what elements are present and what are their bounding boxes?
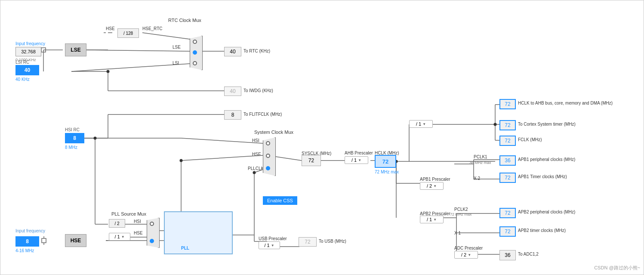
hse-div1-prescaler[interactable]: / 1 ▼ (109, 233, 130, 241)
iwdg-output-label: To IWDG (KHz) (243, 88, 273, 93)
adc-prescaler[interactable]: / 2 ▼ (454, 251, 478, 259)
iwdg-output-value: 40 (224, 87, 241, 96)
usb-output-value: 72 (299, 237, 317, 247)
usb-arrow-icon: ▼ (271, 244, 274, 247)
usb-line (0, 0, 644, 275)
svg-line-20 (181, 155, 263, 161)
hse-div1-arrow-icon: ▼ (121, 235, 125, 239)
svg-line-8 (71, 64, 190, 71)
svg-point-60 (180, 159, 183, 162)
flitf-output-value: 8 (224, 110, 241, 120)
apb2-value: / 1 (427, 217, 432, 222)
fclk-value: 72 (499, 136, 516, 146)
ahb-label: AHB Prescaler (345, 151, 373, 155)
clock-config-diagram: Input frequency 32.768 0-1000 KHz LSE LS… (0, 0, 644, 275)
sys-mux-title: System Clock Mux (254, 130, 293, 135)
hclk-ahb-value: 72 (499, 99, 516, 109)
fclk-label: FCLK (MHz) (518, 137, 542, 142)
svg-rect-66 (42, 238, 46, 243)
apb1-periph-value: 36 (499, 155, 516, 166)
apb2-arrow-icon: ▼ (433, 218, 437, 222)
apb2-periph-label: APB2 peripheral clocks (MHz) (518, 210, 575, 214)
usb-output-label: To USB (MHz) (319, 239, 346, 244)
svg-line-6 (142, 33, 190, 39)
lse-input-freq-label: Input frequency (15, 41, 45, 46)
apb1-prescaler[interactable]: / 2 ▼ (420, 182, 444, 190)
hse-block[interactable]: HSE (65, 234, 86, 247)
apb1-timer-label: APB1 Timer clocks (MHz) (518, 174, 567, 179)
lse-input-freq-value[interactable]: 32.768 (15, 47, 41, 56)
adc-label: ADC Prescaler (454, 246, 483, 250)
sys-mux[interactable] (263, 137, 276, 176)
pll-src-title: PLL Source Mux (111, 211, 146, 216)
svg-point-63 (494, 123, 497, 126)
pll-src-mux[interactable] (147, 218, 160, 248)
hsi-rc-value: 8 (65, 133, 84, 143)
flitf-output-label: To FLITFCLK (MHz) (243, 112, 282, 117)
lsi-rc-freq: 40 KHz (15, 77, 30, 82)
watermark: CSDN @路过的小熊~ (594, 265, 640, 271)
ahb-prescaler[interactable]: / 1 ▼ (345, 156, 368, 164)
apb1-label: APB1 Prescaler (420, 177, 450, 182)
svg-point-61 (253, 171, 256, 174)
apb1-timer-value: 72 (499, 173, 516, 183)
usb-label: USB Prescaler (259, 236, 287, 241)
pclk1-label: PCLK1 (474, 154, 487, 159)
pllclk-label: PLLCLK (248, 166, 264, 171)
apb1-x2-label: X 2 (474, 176, 480, 181)
apb1-value: / 2 (427, 183, 432, 188)
rtc-mux[interactable] (190, 36, 203, 70)
pll-block: 8 *PLLMul X 9 ▼ (164, 211, 233, 254)
svg-line-7 (86, 50, 190, 51)
svg-point-58 (107, 70, 110, 73)
hclk-value: 72 (375, 155, 396, 168)
hse-div1-value: / 1 (114, 234, 120, 239)
hsi-pll-label: HSI (134, 219, 141, 224)
hclk-ahb-label: HCLK to AHB bus, core, memory and DMA (M… (518, 101, 617, 105)
svg-line-24 (276, 157, 302, 161)
wiring-diagram (0, 0, 644, 275)
usb-prescaler[interactable]: / 1 ▼ (259, 241, 280, 249)
adc-value: / 2 (461, 252, 466, 257)
hsi-rc-label: HSI RC (65, 127, 80, 132)
rtc-mux-title: RTC Clock Mux (168, 18, 201, 23)
ahb-arrow-icon: ▼ (358, 158, 361, 162)
rtc-output-value: 40 (224, 47, 241, 56)
adc-output-value: 36 (499, 250, 516, 260)
apb2-prescaler[interactable]: / 1 ▼ (420, 216, 444, 223)
cortex-prescaler-value: / 1 (416, 121, 421, 127)
lse-block[interactable]: LSE (65, 43, 86, 56)
hsi-div2: / 2 (109, 219, 125, 228)
hse-div128: / 128 (117, 28, 139, 38)
pll-label: PLL (181, 246, 189, 250)
enable-css-button[interactable]: Enable CSS (263, 196, 297, 205)
hse-label-rtc: HSE (106, 26, 115, 31)
lse-mux-label: LSE (173, 45, 181, 49)
hse-sys-label: HSE (252, 152, 261, 157)
svg-line-17 (181, 138, 263, 143)
cortex-timer-value: 72 (499, 120, 516, 130)
ahb-value: / 1 (351, 158, 357, 163)
svg-rect-2 (41, 48, 46, 52)
apb1-periph-label: APB1 peripheral clocks (MHz) (518, 157, 575, 162)
pclk2-max: 72 MHz max (450, 212, 472, 216)
svg-point-57 (94, 137, 97, 140)
adc-output-label: To ADC1,2 (518, 252, 539, 256)
lsi-rc-label: LSI RC (15, 60, 29, 65)
cortex-prescaler[interactable]: / 1 ▼ (409, 120, 433, 128)
hse-input-freq-label: Input frequency (15, 229, 45, 233)
hse-input-freq-value[interactable]: 8 (15, 236, 39, 247)
apb1-arrow-icon: ▼ (433, 184, 437, 188)
apb2-timer-label: APB2 timer clocks (MHz) (518, 228, 566, 233)
rtc-output-label: To RTC (KHz) (243, 49, 270, 53)
cortex-timer-label: To Cortex System timer (MHz) (518, 122, 576, 127)
lsi-rc-value: 40 (15, 65, 39, 75)
adc-arrow-icon: ▼ (468, 253, 471, 257)
pclk2-label: PCLK2 (454, 207, 468, 212)
hsi-rc-freq: 8 MHz (65, 145, 77, 150)
hsi-sys-label: HSI (252, 138, 259, 143)
apb2-timer-value: 72 (499, 226, 516, 237)
apb2-x1-label: X 1 (454, 231, 461, 235)
cortex-arrow-icon: ▼ (422, 122, 426, 126)
pclk1-max: 36 MHz max (469, 161, 491, 165)
